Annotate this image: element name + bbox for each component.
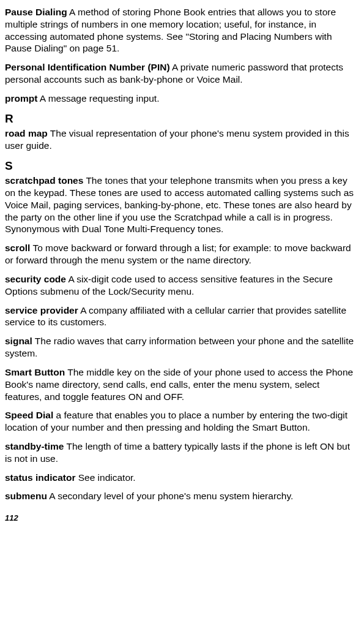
term-road-map: road map <box>5 128 48 138</box>
page-number: 112 <box>5 513 357 524</box>
definition-text: To move backward or forward through a li… <box>5 243 351 265</box>
glossary-entry: prompt A message requesting input. <box>5 92 357 105</box>
glossary-entry: security code A six-digit code used to a… <box>5 273 357 298</box>
glossary-entry: Pause Dialing A method of storing Phone … <box>5 6 357 55</box>
glossary-entry: scratchpad tones The tones that your tel… <box>5 175 357 235</box>
glossary-entry: Smart Button The middle key on the side … <box>5 366 357 402</box>
term-smart-button: Smart Button <box>5 367 65 377</box>
glossary-entry: signal The radio waves that carry inform… <box>5 335 357 360</box>
glossary-entry: service provider A company affiliated wi… <box>5 304 357 329</box>
term-speed-dial: Speed Dial <box>5 410 53 420</box>
definition-text: A message requesting input. <box>37 93 159 104</box>
section-heading-s: S <box>5 159 357 173</box>
definition-text: The visual representation of your phone'… <box>5 128 349 151</box>
glossary-entry: Personal Identification Number (PIN) A p… <box>5 61 357 86</box>
term-submenu: submenu <box>5 491 47 501</box>
term-scroll: scroll <box>5 243 30 253</box>
glossary-entry: standby-time The length of time a batter… <box>5 440 357 465</box>
section-heading-r: R <box>5 111 357 126</box>
document-page: Pause Dialing A method of storing Phone … <box>0 0 364 524</box>
term-pause-dialing: Pause Dialing <box>5 7 67 17</box>
definition-text: See indicator. <box>75 472 135 483</box>
glossary-entry: status indicator See indicator. <box>5 472 357 484</box>
definition-text: A secondary level of your phone's menu s… <box>47 491 293 501</box>
term-security-code: security code <box>5 274 66 284</box>
term-scratchpad-tones: scratchpad tones <box>5 175 83 186</box>
term-signal: signal <box>5 336 32 346</box>
term-status-indicator: status indicator <box>5 472 75 483</box>
glossary-entry: scroll To move backward or forward throu… <box>5 242 357 266</box>
term-standby-time: standby-time <box>5 441 64 451</box>
term-pin: Personal Identification Number (PIN) <box>5 62 170 72</box>
glossary-entry: Speed Dial a feature that enables you to… <box>5 409 357 434</box>
glossary-entry: submenu A secondary level of your phone'… <box>5 490 357 502</box>
glossary-entry: road map The visual representation of yo… <box>5 127 357 152</box>
term-service-provider: service provider <box>5 305 78 315</box>
term-prompt: prompt <box>5 93 37 104</box>
definition-text: The radio waves that carry information b… <box>5 336 354 358</box>
definition-text: a feature that enables you to place a nu… <box>5 410 347 432</box>
